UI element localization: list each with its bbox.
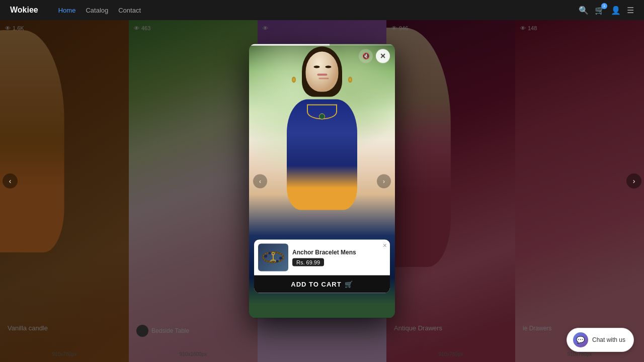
- nav-catalog[interactable]: Catalog: [86, 7, 108, 14]
- modal-prev-arrow[interactable]: ‹: [253, 174, 267, 188]
- navbar: Wokiee Home Catalog Contact 🔍 🛒 1 👤 ☰: [0, 0, 644, 20]
- mute-button[interactable]: 🔇: [359, 49, 373, 63]
- svg-point-8: [276, 260, 278, 262]
- bg-next-arrow[interactable]: ›: [626, 173, 641, 189]
- nav-contact[interactable]: Contact: [118, 7, 141, 14]
- product-card: Anchor Bracelet Mens Rs. 69.99 × ADD TO …: [254, 240, 390, 293]
- modal-earring-left: [292, 77, 296, 83]
- modal-progress-bar: [249, 44, 395, 46]
- product-price: Rs. 69.99: [292, 258, 324, 266]
- navbar-icons: 🔍 🛒 1 👤 ☰: [579, 6, 634, 15]
- modal-progress-fill: [249, 44, 330, 46]
- modal-necklace: [307, 105, 337, 120]
- add-to-cart-label: ADD TO CART: [291, 281, 341, 288]
- close-modal-button[interactable]: ✕: [376, 49, 390, 63]
- modal-next-arrow[interactable]: ›: [377, 174, 391, 188]
- chat-label: Chat with us: [592, 336, 625, 343]
- product-close-button[interactable]: ×: [383, 242, 387, 249]
- cart-icon[interactable]: 🛒 1: [595, 6, 605, 15]
- site-brand[interactable]: Wokiee: [10, 6, 38, 15]
- svg-point-3: [272, 252, 274, 255]
- svg-point-5: [264, 255, 267, 258]
- product-info: Anchor Bracelet Mens Rs. 69.99: [292, 248, 386, 266]
- menu-icon[interactable]: ☰: [627, 6, 634, 15]
- svg-point-6: [279, 257, 282, 260]
- search-icon[interactable]: 🔍: [579, 6, 589, 15]
- cart-badge: 1: [601, 3, 607, 9]
- add-to-cart-button[interactable]: ADD TO CART 🛒: [254, 276, 390, 293]
- cart-icon-btn: 🛒: [345, 281, 353, 288]
- modal-head: [306, 52, 339, 92]
- video-modal: 🔇 ✕ ‹ ›: [249, 44, 395, 318]
- product-card-inner: Anchor Bracelet Mens Rs. 69.99 ×: [254, 240, 390, 276]
- bg-prev-arrow[interactable]: ‹: [3, 173, 18, 189]
- svg-point-7: [268, 252, 271, 254]
- chat-icon: 💬: [573, 332, 588, 347]
- user-icon[interactable]: 👤: [611, 6, 621, 15]
- chat-button[interactable]: 💬 Chat with us: [567, 328, 634, 352]
- modal-earring-right: [348, 77, 352, 83]
- nav-links: Home Catalog Contact: [58, 7, 141, 14]
- product-name: Anchor Bracelet Mens: [292, 248, 386, 256]
- nav-home[interactable]: Home: [58, 7, 76, 14]
- modal-controls: 🔇 ✕: [359, 49, 390, 63]
- product-image: [258, 244, 288, 272]
